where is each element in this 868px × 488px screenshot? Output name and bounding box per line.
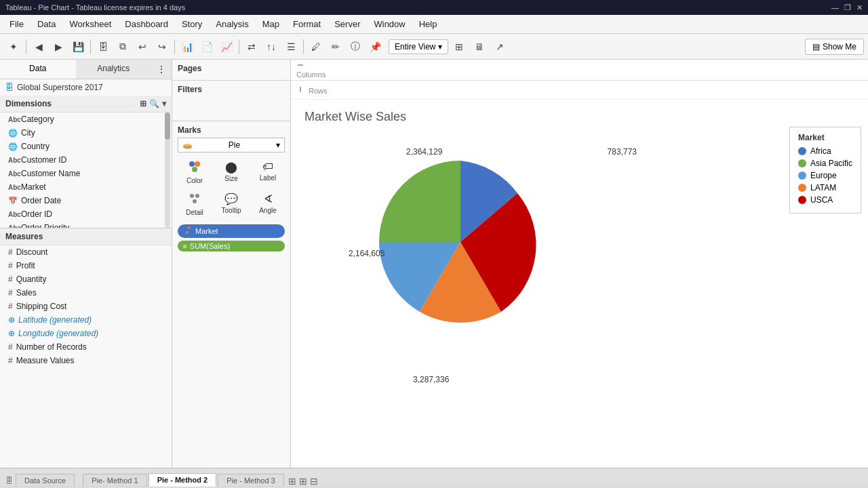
dimensions-search-btn[interactable]: 🔍 [149, 99, 159, 108]
marks-tooltip-btn[interactable]: 💬 Tooltip [214, 190, 248, 219]
menu-map[interactable]: Map [256, 16, 286, 32]
dim-orderdate[interactable]: 📅 Order Date [0, 194, 172, 207]
analytics-btn[interactable]: 📈 [217, 37, 236, 56]
meas-quantity[interactable]: # Quantity [0, 272, 172, 286]
marks-pill-market[interactable]: Market [178, 224, 285, 238]
scroll-track [165, 113, 170, 228]
share-btn[interactable]: ↗ [490, 37, 509, 56]
dim-market[interactable]: Abc Market [0, 180, 172, 194]
maximize-btn[interactable]: ❐ [844, 3, 851, 12]
sort-asc-btn[interactable]: ↑↓ [262, 37, 281, 56]
close-btn[interactable]: ✕ [856, 3, 863, 12]
tab-add-sheet[interactable]: ⊞ [299, 476, 307, 487]
dim-customername[interactable]: Abc Customer Name [0, 167, 172, 180]
menu-server[interactable]: Server [328, 16, 367, 32]
marks-type-dropdown[interactable]: 🥧 Pie ▾ [178, 138, 285, 152]
hash-icon: ⊕ [8, 329, 15, 338]
dim-country[interactable]: 🌐 Country [0, 140, 172, 153]
legend-latam: LATAM [798, 183, 852, 192]
pie-asia-pacific[interactable] [379, 161, 460, 242]
size-label: Size [224, 175, 237, 182]
marks-size-btn[interactable]: ⬤ Size [214, 158, 248, 187]
marks-label-btn[interactable]: 🏷 Label [251, 158, 285, 187]
menu-analysis[interactable]: Analysis [209, 16, 255, 32]
new-sheet-btn[interactable]: 📄 [197, 37, 216, 56]
scroll-thumb[interactable] [165, 113, 170, 140]
legend-dot-usca [798, 196, 806, 204]
dim-orderpriority[interactable]: Abc Order Priority [0, 221, 172, 228]
menu-format[interactable]: Format [286, 16, 328, 32]
menu-window[interactable]: Window [367, 16, 412, 32]
meas-longitude[interactable]: ⊕ Longitude (generated) [0, 327, 172, 340]
meas-profit[interactable]: # Profit [0, 259, 172, 272]
pill-label: Market [195, 227, 218, 235]
sheet-tab-method3[interactable]: Pie - Method 3 [218, 474, 284, 487]
present-btn[interactable]: 🖥 [470, 37, 489, 56]
duplicate-btn[interactable]: ⧉ [113, 37, 132, 56]
marks-section: Marks 🥧 Pie ▾ Color ⬤ Size 🏷 [172, 121, 290, 258]
undo-btn[interactable]: ↩ [133, 37, 152, 56]
home-btn[interactable]: ✦ [4, 37, 23, 56]
tab-add-dashboard[interactable]: ⊟ [310, 476, 318, 487]
marks-detail-btn[interactable]: Detail [178, 190, 212, 219]
menu-file[interactable]: File [3, 16, 31, 32]
hash-icon: # [8, 342, 13, 352]
pin-btn[interactable]: 📌 [366, 37, 384, 56]
meas-discount[interactable]: # Discount [0, 245, 172, 259]
menu-help[interactable]: Help [412, 16, 444, 32]
minimize-btn[interactable]: — [831, 3, 839, 12]
meas-sales[interactable]: # Sales [0, 286, 172, 300]
dim-category[interactable]: Abc Category [0, 113, 172, 126]
abc-icon: Abc [8, 170, 18, 178]
dimensions-group-btn[interactable]: ⊞ [140, 99, 146, 108]
highlight-btn[interactable]: 🖊 [307, 37, 326, 56]
window-controls[interactable]: — ❐ ✕ [831, 3, 863, 12]
label-asia-pacific: 2,364,129 [406, 147, 442, 157]
back-btn[interactable]: ◀ [29, 37, 48, 56]
svg-point-6 [184, 226, 186, 229]
view-dropdown[interactable]: Entire View ▾ [389, 39, 448, 54]
tab-data[interactable]: Data [0, 60, 76, 79]
meas-records[interactable]: # Number of Records [0, 340, 172, 354]
data-source-item[interactable]: 🗄 Global Superstore 2017 [0, 79, 172, 96]
svg-point-4 [195, 194, 199, 198]
dim-customerid[interactable]: Abc Customer ID [0, 153, 172, 167]
marks-pill-sales[interactable]: ≡ SUM(Sales) [178, 241, 285, 251]
hash-icon: # [8, 247, 13, 257]
toolbar-left: ✦ ◀ ▶ 💾 🗄 ⧉ ↩ ↪ 📊 📄 📈 ⇄ ↑↓ ☰ 🖊 ✏ ⓘ 📌 [4, 37, 384, 56]
menu-data[interactable]: Data [31, 16, 62, 32]
marks-angle-btn[interactable]: ∢ Angle [251, 190, 285, 219]
sheet-tab-method1[interactable]: Pie- Method 1 [83, 474, 146, 487]
panel-menu-btn[interactable]: ⋮ [151, 60, 172, 79]
abc-icon: Abc [8, 211, 18, 218]
chart-btn[interactable]: 📊 [178, 37, 197, 56]
menu-worksheet[interactable]: Worksheet [62, 16, 118, 32]
annotate-btn[interactable]: ✏ [326, 37, 345, 56]
menu-dashboard[interactable]: Dashboard [118, 16, 175, 32]
legend-europe: Europe [798, 171, 852, 180]
meas-latitude[interactable]: ⊕ Latitude (generated) [0, 313, 172, 327]
show-me-btn[interactable]: ▤ Show Me [805, 39, 864, 55]
new-datasource-btn[interactable]: 🗄 [94, 37, 113, 56]
save-btn[interactable]: 💾 [68, 37, 87, 56]
menu-story[interactable]: Story [175, 16, 209, 32]
datasource-tab[interactable]: Data Source [16, 474, 75, 487]
dimensions-expand-btn[interactable]: ▾ [162, 99, 166, 108]
tab-analytics[interactable]: Analytics [76, 60, 152, 79]
sort-desc-btn[interactable]: ☰ [281, 37, 300, 56]
view-options-btn[interactable]: ⊞ [450, 37, 469, 56]
swap-btn[interactable]: ⇄ [242, 37, 261, 56]
dim-orderid[interactable]: Abc Order ID [0, 207, 172, 221]
tab-scroll-left[interactable]: ⊞ [288, 476, 296, 487]
left-panel: Data Analytics ⋮ 🗄 Global Superstore 201… [0, 60, 172, 468]
marks-color-btn[interactable]: Color [178, 158, 212, 187]
forward-btn[interactable]: ▶ [49, 37, 68, 56]
dim-city[interactable]: 🌐 City [0, 126, 172, 140]
redo-btn[interactable]: ↪ [153, 37, 172, 56]
tooltip-btn[interactable]: ⓘ [346, 37, 365, 56]
meas-shipping[interactable]: # Shipping Cost [0, 300, 172, 313]
meas-values[interactable]: # Measure Values [0, 354, 172, 367]
detail-icon [189, 192, 201, 207]
svg-point-7 [188, 226, 191, 229]
sheet-tab-method2[interactable]: Pie - Method 2 [149, 473, 217, 487]
